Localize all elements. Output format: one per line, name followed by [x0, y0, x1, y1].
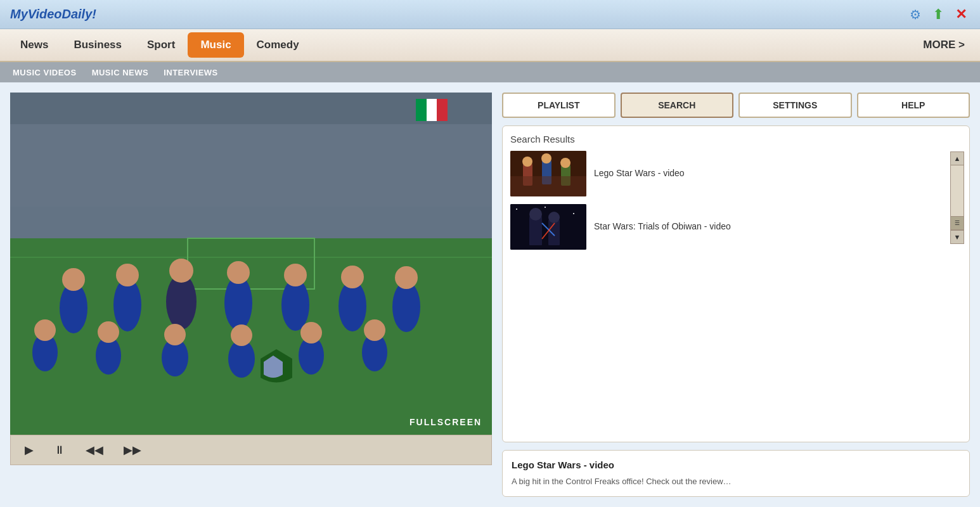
scroll-track	[950, 165, 964, 216]
title-icons: ⚙ ⬆ ✕	[906, 6, 970, 23]
subnav-interviews[interactable]: INTERVIEWS	[164, 68, 218, 77]
title-bar: MyVideoDaily! ⚙ ⬆ ✕	[0, 0, 980, 29]
nav-more-button[interactable]: MORE >	[915, 34, 972, 56]
result-title-1: Lego Star Wars - video	[594, 167, 685, 180]
nav-item-sport[interactable]: Sport	[134, 32, 188, 58]
result-item-1[interactable]: Lego Star Wars - video	[510, 151, 962, 196]
svg-point-9	[116, 264, 139, 286]
svg-point-27	[231, 324, 252, 346]
upload-icon[interactable]: ⬆	[929, 6, 947, 23]
svg-point-15	[284, 264, 307, 286]
svg-point-31	[364, 319, 385, 341]
svg-point-53	[545, 207, 546, 208]
sub-nav: MUSIC VIDEOS MUSIC NEWS INTERVIEWS	[0, 62, 980, 82]
description-text: A big hit in the Control Freaks office! …	[512, 475, 960, 488]
result-title-2: Star Wars: Trials of Obiwan - video	[594, 221, 731, 233]
svg-point-40	[541, 153, 551, 164]
svg-point-48	[548, 212, 560, 223]
content-area: FULLSCREEN ▶ ⏸ ◀◀ ▶▶ PLAYLIST SEARCH SET…	[0, 82, 980, 507]
starwars-thumbnail	[510, 204, 586, 250]
pause-button[interactable]: ⏸	[50, 441, 69, 459]
subnav-music-videos[interactable]: MUSIC VIDEOS	[13, 68, 77, 77]
svg-point-51	[516, 209, 517, 210]
video-controls: ▶ ⏸ ◀◀ ▶▶	[10, 435, 492, 465]
svg-point-21	[34, 319, 56, 341]
svg-rect-34	[437, 99, 448, 121]
search-results-title: Search Results	[510, 134, 962, 144]
svg-rect-33	[427, 99, 437, 121]
svg-point-13	[227, 261, 250, 284]
svg-rect-45	[529, 217, 542, 245]
svg-rect-2	[10, 124, 492, 238]
playlist-button[interactable]: PLAYLIST	[502, 93, 616, 118]
nav-item-music[interactable]: Music	[188, 32, 243, 58]
svg-point-11	[169, 259, 193, 283]
results-list: Lego Star Wars - video	[510, 151, 962, 250]
svg-point-14	[281, 279, 309, 331]
svg-text:FULLSCREEN: FULLSCREEN	[409, 417, 482, 427]
subnav-music-news[interactable]: MUSIC NEWS	[92, 68, 149, 77]
svg-point-17	[341, 266, 364, 288]
help-button[interactable]: HELP	[857, 93, 970, 118]
svg-point-23	[98, 321, 119, 343]
description-panel: Lego Star Wars - video A big hit in the …	[502, 450, 970, 497]
svg-point-19	[395, 266, 418, 289]
nav-item-news[interactable]: News	[8, 32, 61, 58]
search-results-panel: Search Results	[502, 125, 970, 442]
rewind-button[interactable]: ◀◀	[82, 440, 107, 459]
svg-point-42	[560, 158, 571, 168]
right-panel: PLAYLIST SEARCH SETTINGS HELP Search Res…	[502, 93, 970, 497]
video-section: FULLSCREEN ▶ ⏸ ◀◀ ▶▶	[10, 93, 492, 497]
settings-icon[interactable]: ⚙	[906, 6, 924, 23]
nav-bar: News Business Sport Music Comedy MORE >	[0, 29, 980, 62]
app-title: MyVideoDaily!	[10, 7, 96, 22]
toolbar: PLAYLIST SEARCH SETTINGS HELP	[502, 93, 970, 118]
forward-button[interactable]: ▶▶	[120, 440, 145, 459]
svg-point-38	[522, 157, 532, 167]
lego-thumbnail	[510, 151, 586, 196]
svg-point-7	[62, 268, 85, 291]
result-item-2[interactable]: Star Wars: Trials of Obiwan - video	[510, 204, 962, 250]
scroll-up-button[interactable]: ▲	[950, 151, 964, 165]
video-content: FULLSCREEN	[10, 93, 492, 435]
svg-point-29	[300, 322, 322, 343]
play-button[interactable]: ▶	[21, 440, 37, 459]
main-container: News Business Sport Music Comedy MORE > …	[0, 29, 980, 507]
video-player[interactable]: FULLSCREEN	[10, 93, 492, 435]
svg-rect-43	[510, 176, 586, 196]
scroll-controls: ▲ ☰ ▼	[950, 151, 964, 244]
search-button[interactable]: SEARCH	[621, 93, 734, 118]
result-thumb-1	[510, 151, 586, 196]
svg-point-25	[164, 324, 186, 345]
svg-point-46	[529, 208, 542, 221]
nav-item-business[interactable]: Business	[61, 32, 134, 58]
scroll-list-button[interactable]: ☰	[950, 216, 964, 230]
result-thumb-2	[510, 204, 586, 250]
settings-button[interactable]: SETTINGS	[738, 93, 852, 118]
close-icon[interactable]: ✕	[952, 6, 970, 23]
svg-point-52	[573, 213, 574, 214]
description-title: Lego Star Wars - video	[512, 459, 960, 470]
nav-item-comedy[interactable]: Comedy	[244, 32, 312, 58]
scroll-down-button[interactable]: ▼	[950, 230, 964, 244]
